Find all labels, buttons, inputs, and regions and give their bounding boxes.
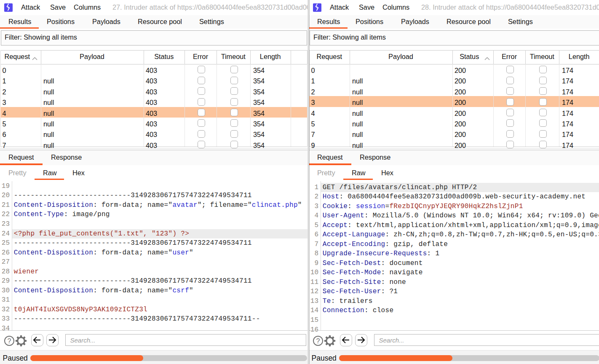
svg-text:?: ? — [8, 337, 11, 344]
svg-text:?: ? — [316, 337, 320, 344]
